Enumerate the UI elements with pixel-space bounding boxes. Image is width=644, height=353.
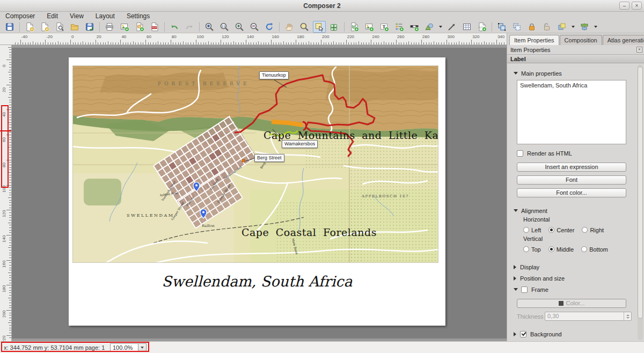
add-basic-shape-button[interactable] — [423, 21, 436, 33]
ruler-tick — [25, 42, 26, 45]
ruler-tick — [303, 42, 304, 45]
ruler-tick — [9, 208, 11, 208]
redo-button[interactable] — [183, 21, 196, 33]
new-composer-button[interactable] — [23, 21, 36, 33]
menu-item-layout[interactable]: Layout — [96, 12, 115, 20]
close-button[interactable]: × — [632, 2, 642, 10]
render-as-html-checkbox[interactable] — [517, 150, 523, 157]
move-item-content-button[interactable] — [328, 21, 341, 33]
background-section[interactable]: Background — [514, 328, 637, 340]
ruler-tick — [378, 42, 379, 45]
save-as-template-button[interactable] — [83, 21, 96, 33]
label-text-input[interactable]: Swellendam, South Africa — [517, 80, 626, 144]
menu-item-view[interactable]: View — [70, 12, 84, 20]
menu-item-edit[interactable]: Edit — [47, 12, 58, 20]
scrollbar-thumb[interactable] — [638, 67, 643, 319]
menu-item-settings[interactable]: Settings — [127, 12, 150, 20]
frame-checkbox[interactable] — [521, 286, 528, 293]
group-items-button[interactable] — [495, 21, 508, 33]
add-image-button[interactable] — [363, 21, 376, 33]
insert-expression-button[interactable]: Insert an expression — [517, 163, 626, 172]
pan-tool-button[interactable] — [283, 21, 296, 33]
frame-section[interactable]: Frame — [514, 284, 637, 295]
duplicate-composer-button[interactable] — [38, 21, 51, 33]
tab-atlas-generation[interactable]: Atlas generation — [603, 35, 644, 45]
add-arrow-button[interactable] — [445, 21, 458, 33]
tab-composition[interactable]: Composition — [560, 35, 602, 45]
radio-left[interactable] — [523, 227, 529, 233]
frame-color-button[interactable]: Color... — [517, 299, 626, 308]
zoom-full-button[interactable] — [203, 21, 216, 33]
ruler-tick — [496, 40, 497, 45]
lock-items-button[interactable] — [525, 21, 538, 33]
ruler-label: 0 — [71, 34, 74, 39]
font-color-button[interactable]: Font color... — [517, 188, 626, 197]
composer-manager-button[interactable] — [53, 21, 66, 33]
ruler-tick — [126, 42, 126, 45]
add-new-label-button[interactable]: T — [378, 21, 391, 33]
menu-item-composer[interactable]: Composer — [5, 12, 35, 20]
tab-item-properties[interactable]: Item Properties — [509, 35, 559, 45]
callout-wamakersbos[interactable]: Wamakersbos — [282, 140, 318, 148]
ruler-tick — [376, 42, 377, 45]
refresh-view-button[interactable] — [263, 21, 276, 33]
label-item-title[interactable]: Swellendam, South Africa — [69, 273, 445, 290]
unlock-all-items-button[interactable] — [540, 21, 553, 33]
zoom-actual-button[interactable]: 1:1 — [218, 21, 231, 33]
radio-bottom[interactable] — [581, 246, 587, 252]
zoom-in-button[interactable] — [233, 21, 246, 33]
add-new-scalebar-button[interactable] — [408, 21, 421, 33]
background-checkbox[interactable] — [520, 331, 526, 337]
composer-canvas[interactable]: FOREST RESERVE SWELLENDAM APPELBOSCH 167… — [12, 45, 507, 341]
undo-button[interactable] — [168, 21, 181, 33]
radio-right[interactable] — [582, 227, 588, 233]
display-section[interactable]: Display — [514, 261, 637, 273]
composition-page[interactable]: FOREST RESERVE SWELLENDAM APPELBOSCH 167… — [69, 57, 445, 326]
position-size-section[interactable]: Position and size — [514, 273, 637, 284]
radio-middle[interactable] — [548, 246, 554, 252]
ruler-tick — [311, 42, 311, 45]
add-attribute-table-button[interactable] — [460, 21, 473, 33]
select-move-item-button[interactable] — [313, 21, 326, 33]
export-as-image-button[interactable] — [118, 21, 131, 33]
ruler-tick — [339, 42, 339, 45]
print-button[interactable] — [103, 21, 116, 33]
save-project-button[interactable] — [3, 21, 16, 33]
radio-center[interactable] — [548, 227, 554, 233]
ungroup-items-button[interactable] — [510, 21, 523, 33]
ruler-tick — [419, 42, 419, 45]
map-item[interactable]: FOREST RESERVE SWELLENDAM APPELBOSCH 167… — [72, 65, 438, 263]
ruler-tick — [58, 41, 58, 45]
thickness-spinbox[interactable]: 0,30 — [545, 312, 632, 321]
raise-items-button[interactable] — [555, 21, 568, 33]
radio-top[interactable] — [523, 246, 529, 252]
main-properties-header[interactable]: Main properties — [514, 68, 637, 79]
ruler-tick — [313, 42, 314, 45]
ruler-tick — [316, 42, 317, 45]
dropdown-arrow-icon[interactable] — [439, 26, 442, 28]
render-as-html-row[interactable]: Render as HTML — [517, 149, 637, 157]
export-as-pdf-button[interactable]: PDF — [148, 21, 161, 33]
add-new-map-button[interactable] — [348, 21, 361, 33]
add-new-legend-button[interactable] — [393, 21, 406, 33]
callout-tienuurkop[interactable]: Tienuurkop — [259, 71, 289, 79]
spinner-arrows-icon[interactable] — [624, 312, 631, 320]
add-html-frame-button[interactable]: </> — [475, 21, 488, 33]
font-button[interactable]: Font — [517, 175, 626, 185]
export-as-svg-button[interactable] — [133, 21, 146, 33]
alignment-header[interactable]: Alignment — [514, 205, 637, 216]
dropdown-arrow-icon[interactable] — [594, 26, 597, 28]
load-from-template-button[interactable] — [68, 21, 81, 33]
callout-berg-street[interactable]: Berg Street — [254, 154, 284, 162]
ruler-tick — [486, 42, 487, 45]
ruler-tick — [193, 42, 194, 45]
ruler-tick — [326, 42, 326, 45]
minimize-button[interactable]: – — [619, 2, 630, 10]
align-items-button[interactable] — [578, 21, 591, 33]
panel-scrollbar[interactable] — [638, 64, 643, 340]
dock-close-icon[interactable]: × — [636, 47, 642, 53]
ruler-tick — [98, 42, 98, 45]
zoom-out-button[interactable] — [248, 21, 261, 33]
zoom-tool-button[interactable] — [298, 21, 311, 33]
dropdown-arrow-icon[interactable] — [572, 26, 575, 28]
